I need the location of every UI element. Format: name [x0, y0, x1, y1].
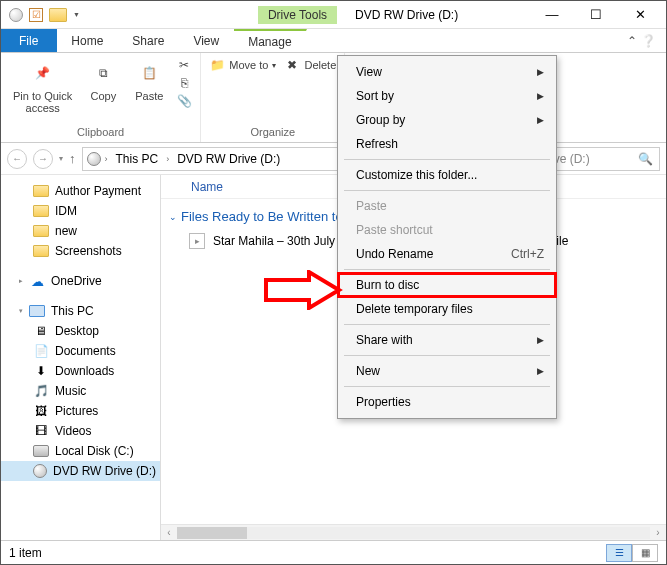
- menu-customize-folder[interactable]: Customize this folder...: [338, 163, 556, 187]
- cut-button[interactable]: ✂: [176, 57, 192, 73]
- sidebar-item-onedrive[interactable]: ▸☁OneDrive: [1, 271, 160, 291]
- sidebar-item-dvd-drive[interactable]: DVD RW Drive (D:): [1, 461, 160, 481]
- chevron-right-icon[interactable]: ›: [164, 154, 171, 164]
- sidebar-item-downloads[interactable]: ⬇Downloads: [1, 361, 160, 381]
- onedrive-icon: ☁: [29, 274, 45, 288]
- folder-icon: [33, 245, 49, 257]
- menu-paste: Paste: [338, 194, 556, 218]
- nav-back-button[interactable]: ←: [7, 149, 27, 169]
- copy-path-icon: ⎘: [176, 75, 192, 91]
- videos-icon: 🎞: [33, 424, 49, 438]
- group-label-organize: Organize: [209, 126, 336, 140]
- delete-button[interactable]: ✖Delete: [284, 57, 336, 73]
- sidebar-item-desktop[interactable]: 🖥Desktop: [1, 321, 160, 341]
- contextual-tab-label: Drive Tools: [258, 6, 337, 24]
- sidebar-item-this-pc[interactable]: ▾This PC: [1, 301, 160, 321]
- menu-group-by[interactable]: Group by▶: [338, 108, 556, 132]
- menu-separator: [344, 190, 550, 191]
- minimize-button[interactable]: —: [530, 1, 574, 29]
- sidebar-item-videos[interactable]: 🎞Videos: [1, 421, 160, 441]
- quick-access-toolbar: ☑ ▼: [9, 8, 80, 22]
- maximize-button[interactable]: ☐: [574, 1, 618, 29]
- submenu-arrow-icon: ▶: [537, 366, 544, 376]
- tab-view[interactable]: View: [179, 29, 234, 52]
- help-icon[interactable]: ❔: [641, 34, 656, 48]
- pin-to-quick-access-button[interactable]: 📌 Pin to Quick access: [9, 57, 76, 116]
- tab-home[interactable]: Home: [57, 29, 118, 52]
- chevron-right-icon[interactable]: ›: [103, 154, 110, 164]
- details-view-button[interactable]: ☰: [606, 544, 632, 562]
- tab-manage[interactable]: Manage: [234, 29, 306, 52]
- scroll-right-icon[interactable]: ›: [650, 527, 666, 538]
- nav-history-dropdown[interactable]: ▾: [59, 154, 63, 163]
- horizontal-scrollbar[interactable]: ‹ ›: [161, 524, 666, 540]
- submenu-arrow-icon: ▶: [537, 91, 544, 101]
- menu-paste-shortcut: Paste shortcut: [338, 218, 556, 242]
- menu-separator: [344, 386, 550, 387]
- scroll-left-icon[interactable]: ‹: [161, 527, 177, 538]
- submenu-arrow-icon: ▶: [537, 115, 544, 125]
- shortcut-label: Ctrl+Z: [511, 247, 544, 261]
- paste-shortcut-icon: 📎: [176, 93, 192, 109]
- sidebar-item-documents[interactable]: 📄Documents: [1, 341, 160, 361]
- nav-forward-button[interactable]: →: [33, 149, 53, 169]
- move-to-button[interactable]: 📁Move to▾: [209, 57, 276, 73]
- sidebar-item-pictures[interactable]: 🖼Pictures: [1, 401, 160, 421]
- pictures-icon: 🖼: [33, 404, 49, 418]
- move-to-icon: 📁: [209, 57, 225, 73]
- menu-separator: [344, 159, 550, 160]
- menu-burn-to-disc[interactable]: Burn to disc: [338, 273, 556, 297]
- sidebar-item-screenshots[interactable]: Screenshots: [1, 241, 160, 261]
- tab-share[interactable]: Share: [118, 29, 179, 52]
- window-title: DVD RW Drive (D:): [355, 8, 458, 22]
- cut-icon: ✂: [176, 57, 192, 73]
- menu-separator: [344, 355, 550, 356]
- breadcrumb-disc-icon: [87, 152, 101, 166]
- new-folder-qat-icon[interactable]: [49, 8, 67, 22]
- menu-share-with[interactable]: Share with▶: [338, 328, 556, 352]
- copy-path-button[interactable]: ⎘: [176, 75, 192, 91]
- paste-button[interactable]: 📋 Paste: [130, 57, 168, 116]
- window-controls: — ☐ ✕: [530, 1, 662, 29]
- context-menu: View▶ Sort by▶ Group by▶ Refresh Customi…: [337, 55, 557, 419]
- sidebar-item-music[interactable]: 🎵Music: [1, 381, 160, 401]
- search-input[interactable]: rive (D:) 🔍: [540, 147, 660, 171]
- scrollbar-thumb[interactable]: [177, 527, 247, 539]
- status-item-count: 1 item: [9, 546, 42, 560]
- group-label-clipboard: Clipboard: [9, 126, 192, 140]
- menu-new[interactable]: New▶: [338, 359, 556, 383]
- downloads-icon: ⬇: [33, 364, 49, 378]
- paste-shortcut-button[interactable]: 📎: [176, 93, 192, 109]
- sidebar-item-idm[interactable]: IDM: [1, 201, 160, 221]
- ribbon-collapse[interactable]: ⌃❔: [617, 29, 666, 52]
- chevron-up-icon: ⌃: [627, 34, 637, 48]
- large-icons-view-button[interactable]: ▦: [632, 544, 658, 562]
- sidebar-item-new[interactable]: new: [1, 221, 160, 241]
- menu-view[interactable]: View▶: [338, 60, 556, 84]
- breadcrumb-this-pc[interactable]: This PC: [112, 150, 163, 168]
- nav-up-button[interactable]: ↑: [69, 151, 76, 166]
- submenu-arrow-icon: ▶: [537, 335, 544, 345]
- search-icon: 🔍: [638, 152, 653, 166]
- menu-refresh[interactable]: Refresh: [338, 132, 556, 156]
- menu-sort-by[interactable]: Sort by▶: [338, 84, 556, 108]
- breadcrumb-dvd[interactable]: DVD RW Drive (D:): [173, 150, 284, 168]
- ribbon-tabs: File Home Share View Manage ⌃❔: [1, 29, 666, 53]
- menu-properties[interactable]: Properties: [338, 390, 556, 414]
- disc-icon: [9, 8, 23, 22]
- menu-undo-rename[interactable]: Undo RenameCtrl+Z: [338, 242, 556, 266]
- delete-icon: ✖: [284, 57, 300, 73]
- menu-separator: [344, 324, 550, 325]
- properties-qat-icon[interactable]: ☑: [29, 8, 43, 22]
- documents-icon: 📄: [33, 344, 49, 358]
- drive-icon: [33, 445, 49, 457]
- navigation-pane[interactable]: Author Payment IDM new Screenshots ▸☁One…: [1, 175, 161, 540]
- qat-dropdown-icon[interactable]: ▼: [73, 11, 80, 18]
- menu-delete-temporary-files[interactable]: Delete temporary files: [338, 297, 556, 321]
- close-button[interactable]: ✕: [618, 1, 662, 29]
- copy-button[interactable]: ⧉ Copy: [84, 57, 122, 116]
- tab-file[interactable]: File: [1, 29, 57, 52]
- folder-icon: [33, 225, 49, 237]
- sidebar-item-local-disk[interactable]: Local Disk (C:): [1, 441, 160, 461]
- sidebar-item-author-payment[interactable]: Author Payment: [1, 181, 160, 201]
